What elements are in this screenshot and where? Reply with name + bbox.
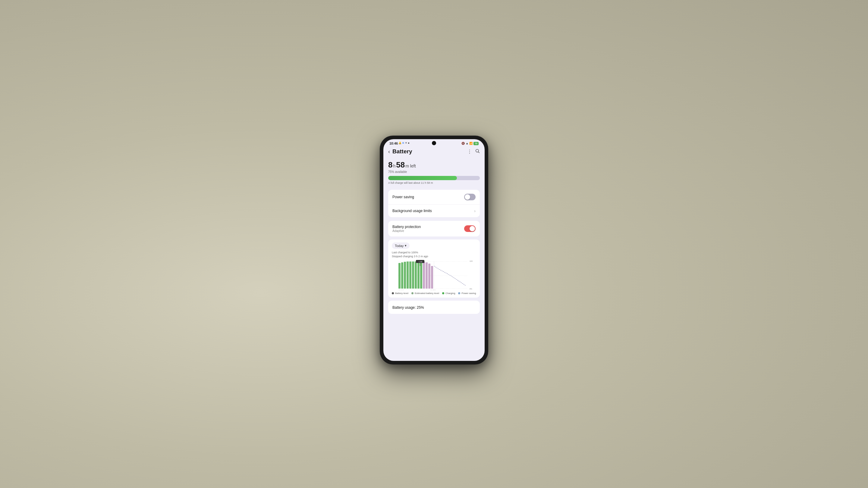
svg-rect-14 bbox=[415, 261, 417, 289]
svg-rect-15 bbox=[417, 261, 420, 289]
legend-battery-level: Battery level bbox=[392, 292, 408, 295]
bixby-icon: B bbox=[402, 141, 404, 144]
minutes-value: 58 bbox=[396, 160, 405, 170]
legend-label-battery: Battery level bbox=[395, 292, 408, 295]
charge-info-line1: Last charged to 100% bbox=[392, 251, 476, 255]
legend-dot-charging bbox=[442, 292, 444, 294]
battery-chart: 100 0% bbox=[392, 260, 476, 290]
minutes-unit: m bbox=[405, 164, 409, 168]
time-period-dropdown[interactable]: Today ▾ bbox=[392, 242, 410, 249]
legend-label-estimated: Estimated battery level bbox=[415, 292, 439, 295]
hours-unit: h bbox=[393, 164, 396, 168]
status-time: 10:46 bbox=[390, 141, 398, 145]
svg-line-1 bbox=[478, 152, 479, 153]
svg-rect-9 bbox=[401, 262, 403, 289]
power-settings-section: Power saving Background usage limits › bbox=[388, 190, 480, 217]
search-button[interactable] bbox=[475, 149, 480, 155]
chart-legend: Battery level Estimated battery level Ch… bbox=[392, 292, 476, 295]
chart-section: Today ▾ Last charged to 100% Stopped cha… bbox=[388, 239, 480, 298]
battery-time-display: 8 h 58 m left bbox=[388, 160, 480, 170]
chevron-right-icon: › bbox=[474, 208, 475, 213]
chart-info: Last charged to 100% Stopped charging 3 … bbox=[392, 251, 476, 258]
toggle-thumb bbox=[465, 194, 470, 200]
background-usage-item[interactable]: Background usage limits › bbox=[388, 204, 480, 217]
svg-rect-17 bbox=[423, 261, 425, 289]
battery-protection-toggle[interactable] bbox=[464, 225, 475, 232]
charge-time-text: A full charge will last about 11 h 58 m bbox=[388, 181, 480, 184]
legend-label-charging: Charging bbox=[445, 292, 455, 295]
legend-dot-battery bbox=[392, 292, 394, 294]
svg-rect-8 bbox=[398, 263, 401, 289]
phone-device: 10:46 🔔 B ✕ 🔇 ▲ 📶 75 ‹ Battery ⋮ bbox=[380, 135, 488, 364]
toggle-thumb-2 bbox=[470, 226, 475, 231]
svg-point-0 bbox=[476, 150, 478, 152]
battery-protection-section: Battery protection Adaptive bbox=[388, 221, 480, 236]
legend-charging: Charging bbox=[442, 292, 455, 295]
legend-dot-estimated bbox=[411, 292, 413, 294]
back-button[interactable]: ‹ bbox=[388, 149, 390, 155]
page-title: Battery bbox=[393, 148, 467, 155]
svg-text:↑ 100: ↑ 100 bbox=[418, 261, 423, 263]
legend-power-saving: Power saving bbox=[458, 292, 476, 295]
legend-estimated: Estimated battery level bbox=[411, 292, 439, 295]
svg-rect-19 bbox=[428, 264, 430, 289]
left-label: left bbox=[410, 164, 416, 168]
svg-rect-10 bbox=[404, 262, 406, 289]
phone-screen: 10:46 🔔 B ✕ 🔇 ▲ 📶 75 ‹ Battery ⋮ bbox=[383, 139, 485, 361]
battery-protection-item[interactable]: Battery protection Adaptive bbox=[388, 221, 480, 236]
battery-protection-title: Battery protection bbox=[393, 225, 421, 229]
svg-text:12 AM: 12 AM bbox=[398, 290, 404, 290]
camera-notch bbox=[432, 141, 436, 145]
battery-available: 75% available bbox=[388, 170, 480, 173]
hours-value: 8 bbox=[388, 160, 393, 170]
battery-usage-title: Battery usage: 25% bbox=[393, 305, 424, 310]
battery-percentage: 75 bbox=[473, 142, 478, 145]
settings-content: 8 h 58 m left 75% available A full charg… bbox=[383, 157, 485, 361]
dot-indicator bbox=[408, 142, 409, 144]
chart-svg: 100 0% bbox=[392, 260, 476, 290]
power-saving-item[interactable]: Power saving bbox=[388, 190, 480, 204]
svg-rect-18 bbox=[426, 262, 428, 289]
more-icon[interactable]: ⋮ bbox=[467, 149, 472, 155]
background-usage-title: Background usage limits bbox=[393, 209, 432, 213]
wifi-icon: ▲ bbox=[466, 142, 468, 145]
chevron-down-icon: ▾ bbox=[405, 244, 407, 248]
battery-bar bbox=[388, 176, 480, 180]
svg-rect-12 bbox=[409, 261, 411, 289]
svg-rect-16 bbox=[420, 261, 422, 289]
battery-bar-fill bbox=[388, 176, 457, 180]
legend-label-power-saving: Power saving bbox=[461, 292, 476, 295]
power-saving-title: Power saving bbox=[393, 195, 414, 199]
svg-rect-13 bbox=[412, 261, 414, 289]
nav-bar: ‹ Battery ⋮ bbox=[383, 147, 485, 157]
twitter-icon: ✕ bbox=[405, 141, 407, 144]
svg-text:0%: 0% bbox=[470, 288, 472, 290]
notif-icon: 🔔 bbox=[398, 141, 401, 144]
signal-icon: 📶 bbox=[469, 142, 472, 145]
power-saving-toggle[interactable] bbox=[464, 194, 475, 200]
charge-info-line2: Stopped charging 3 h 2 m ago bbox=[392, 255, 476, 258]
svg-rect-11 bbox=[407, 261, 409, 289]
battery-protection-subtitle: Adaptive bbox=[393, 229, 421, 233]
mute-icon: 🔇 bbox=[461, 142, 465, 145]
legend-dot-power-saving bbox=[458, 292, 460, 294]
svg-rect-20 bbox=[431, 266, 433, 289]
battery-time-section: 8 h 58 m left 75% available A full charg… bbox=[388, 157, 480, 186]
status-icons: 🔇 ▲ 📶 75 bbox=[461, 142, 478, 145]
dropdown-label: Today bbox=[395, 244, 404, 248]
battery-usage-section[interactable]: Battery usage: 25% bbox=[388, 301, 480, 314]
svg-text:12 PM: 12 PM bbox=[430, 290, 435, 290]
svg-text:100: 100 bbox=[470, 260, 473, 262]
